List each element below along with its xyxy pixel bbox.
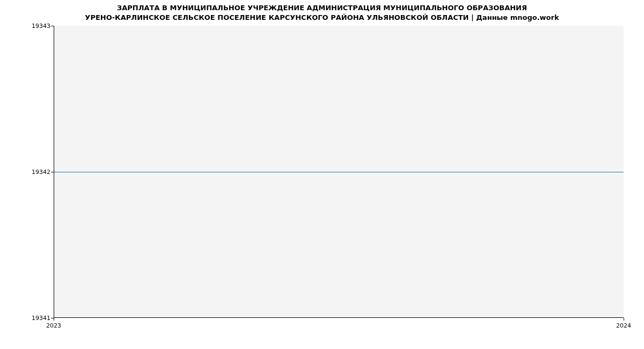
data-line-series-0	[54, 172, 624, 172]
plot-area	[54, 26, 624, 318]
chart-title-line1: ЗАРПЛАТА В МУНИЦИПАЛЬНОЕ УЧРЕЖДЕНИЕ АДМИ…	[0, 3, 644, 13]
y-tick-mark-mid	[51, 172, 54, 172]
chart-container: 19343 19342 19341 2023 2024	[54, 26, 624, 318]
x-tick-mark-left	[54, 318, 54, 321]
y-tick-bottom: 19341	[32, 315, 50, 322]
chart-title: ЗАРПЛАТА В МУНИЦИПАЛЬНОЕ УЧРЕЖДЕНИЕ АДМИ…	[0, 0, 644, 22]
y-tick-mark-top	[51, 26, 54, 26]
y-tick-top: 19343	[32, 23, 50, 30]
x-tick-right: 2024	[616, 322, 631, 329]
chart-title-line2: УРЕНО-КАРЛИНСКОЕ СЕЛЬСКОЕ ПОСЕЛЕНИЕ КАРС…	[0, 13, 644, 23]
x-tick-mark-right	[624, 318, 624, 321]
x-tick-left: 2023	[46, 322, 61, 329]
y-tick-mid: 19342	[32, 169, 50, 176]
